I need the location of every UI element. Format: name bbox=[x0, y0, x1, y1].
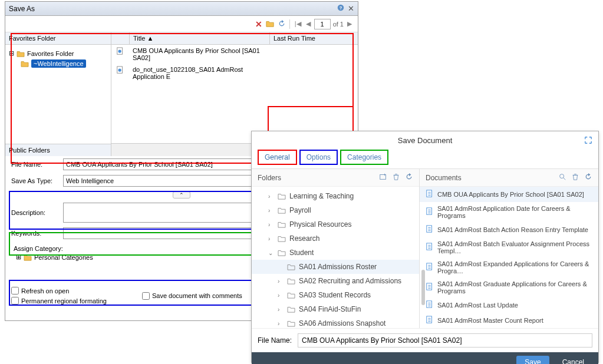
keywords-label: Keywords: bbox=[11, 230, 58, 237]
list-row[interactable]: CMB OUA Applicants By Prior School [SA01… bbox=[111, 45, 358, 64]
webi-doc-icon bbox=[426, 263, 434, 272]
chevron-icon[interactable]: › bbox=[268, 236, 274, 242]
folder-item[interactable]: ›Payroll bbox=[252, 203, 419, 217]
tree-root[interactable]: ⊟ Favorites Folder bbox=[9, 48, 107, 58]
maximize-icon[interactable] bbox=[584, 136, 592, 146]
col-title: Title ▲ bbox=[129, 32, 269, 44]
public-folders[interactable]: Public Folders bbox=[5, 144, 111, 156]
saveastype-label: Save As Type: bbox=[11, 177, 58, 184]
folder-item[interactable]: SA01 Admissions Roster bbox=[252, 260, 419, 274]
new-folder-icon[interactable] bbox=[266, 19, 274, 29]
document-item[interactable]: SA01 AdmRost Master Count Report bbox=[420, 313, 598, 328]
save-doc-title: Save Document bbox=[252, 131, 598, 150]
svg-point-3 bbox=[118, 49, 121, 52]
pager: |◀ ◀ of 1 ▶ bbox=[294, 19, 353, 29]
folder-item[interactable]: ⌄Student bbox=[252, 246, 419, 260]
webi-doc-icon bbox=[426, 316, 434, 325]
page-of: of 1 bbox=[333, 21, 344, 28]
webi-doc-icon bbox=[426, 225, 434, 234]
folder-item[interactable]: ›SA04 FinAid-StuFin bbox=[252, 302, 419, 316]
chevron-icon[interactable]: › bbox=[268, 207, 274, 214]
chevron-icon[interactable]: › bbox=[278, 320, 284, 327]
chevron-icon[interactable]: › bbox=[268, 193, 274, 200]
close-icon[interactable]: ✕ bbox=[348, 4, 354, 13]
tab-general[interactable]: General bbox=[258, 150, 297, 165]
chevron-icon[interactable]: ⌄ bbox=[268, 250, 274, 256]
folder-item[interactable]: ›Physical Resources bbox=[252, 217, 419, 231]
help-icon[interactable]: ? bbox=[337, 4, 344, 13]
scrollbar[interactable] bbox=[421, 270, 425, 305]
sort-asc-icon[interactable]: ▲ bbox=[147, 35, 153, 42]
refresh-icon[interactable] bbox=[278, 19, 286, 29]
document-item[interactable]: SA01 AdmRost Batch Action Reason Entry T… bbox=[420, 222, 598, 237]
document-item[interactable]: SA01 AdmRost Batch Evaluator Assignment … bbox=[420, 237, 598, 257]
filename-label: File Name: bbox=[11, 161, 58, 168]
filename-input[interactable] bbox=[298, 333, 592, 348]
document-item[interactable]: SA01 AdmRost Application Date for Career… bbox=[420, 202, 598, 222]
chevron-icon[interactable]: › bbox=[278, 292, 284, 299]
tabs-row: General Options Categories bbox=[252, 150, 598, 169]
save-as-title: Save As bbox=[9, 5, 35, 13]
permanent-regional-checkbox[interactable] bbox=[11, 297, 19, 305]
folder-item[interactable]: ›SA06 Admissions Snapshot bbox=[252, 316, 419, 328]
folder-item[interactable]: ›SA03 Student Records bbox=[252, 288, 419, 302]
documents-label: Documents bbox=[426, 174, 462, 182]
prev-page-icon[interactable]: ◀ bbox=[305, 20, 312, 28]
delete-icon[interactable]: ✕ bbox=[255, 19, 262, 29]
chevron-icon[interactable]: › bbox=[278, 278, 284, 284]
chevron-icon[interactable]: › bbox=[268, 221, 274, 228]
save-button[interactable]: Save bbox=[516, 356, 549, 364]
cancel-button[interactable]: Cancel bbox=[554, 356, 592, 364]
trash-icon[interactable] bbox=[392, 173, 400, 183]
folder-tree-pane: Favorites Folder ⊟ Favorites Folder ~Web… bbox=[5, 32, 111, 156]
document-item[interactable]: SA01 AdmRost Expanded Applications for C… bbox=[420, 257, 598, 277]
save-as-toolbar: ✕ |◀ ◀ of 1 ▶ bbox=[5, 16, 358, 32]
refresh-icon[interactable] bbox=[405, 173, 413, 183]
save-document-dialog: Save Document General Options Categories… bbox=[251, 131, 599, 363]
webi-doc-icon bbox=[426, 190, 434, 199]
tree-child-webintelligence[interactable]: ~WebIntelligence bbox=[9, 58, 107, 69]
folder-item[interactable]: ›Research bbox=[252, 231, 419, 246]
document-item[interactable]: CMB OUA Applicants By Prior School [SA01… bbox=[420, 187, 598, 202]
webi-doc-icon bbox=[426, 283, 434, 292]
trash-icon[interactable] bbox=[571, 173, 579, 183]
document-item[interactable]: SA01 AdmRost Graduate Applications for C… bbox=[420, 277, 598, 297]
page-input[interactable] bbox=[314, 19, 331, 29]
expand-icon[interactable]: ⊞ bbox=[16, 253, 21, 261]
first-page-icon[interactable]: |◀ bbox=[294, 20, 302, 28]
list-row[interactable]: do_not_use_1022108_SA01 AdmRost Applicat… bbox=[111, 64, 358, 82]
col-lastrun[interactable]: Last Run Time bbox=[269, 32, 358, 44]
webi-doc-icon bbox=[426, 243, 434, 252]
filename-label: File Name: bbox=[258, 336, 292, 345]
tab-options[interactable]: Options bbox=[299, 150, 338, 165]
chevron-icon[interactable]: › bbox=[278, 306, 284, 313]
collapse-icon[interactable]: ⊟ bbox=[9, 49, 14, 57]
search-icon[interactable] bbox=[558, 173, 566, 183]
folders-column: Folders ›Learning & Teaching›Payroll›Phy… bbox=[252, 169, 420, 328]
document-item[interactable]: SA01 AdmRost Last Update bbox=[420, 297, 598, 313]
webi-doc-icon bbox=[426, 207, 434, 217]
documents-column: Documents CMB OUA Applicants By Prior Sc… bbox=[420, 169, 598, 328]
refresh-on-open-checkbox[interactable] bbox=[11, 287, 19, 294]
folder-item[interactable]: ›Learning & Teaching bbox=[252, 189, 419, 203]
new-folder-icon[interactable] bbox=[379, 173, 387, 183]
svg-text:?: ? bbox=[340, 5, 342, 11]
webi-doc-icon bbox=[426, 300, 434, 310]
tab-categories[interactable]: Categories bbox=[340, 150, 388, 165]
folders-label: Folders bbox=[258, 174, 281, 182]
save-with-comments-checkbox[interactable] bbox=[142, 292, 150, 300]
svg-point-7 bbox=[560, 174, 564, 178]
next-page-icon[interactable]: ▶ bbox=[346, 20, 353, 28]
save-as-titlebar: Save As ? ✕ bbox=[5, 2, 358, 16]
expand-toggle[interactable]: ⌃ bbox=[173, 191, 190, 198]
description-label: Description: bbox=[11, 209, 58, 216]
tree-header: Favorites Folder bbox=[5, 32, 111, 45]
folder-item[interactable]: ›SA02 Recruiting and Admissions bbox=[252, 274, 419, 288]
refresh-icon[interactable] bbox=[584, 173, 592, 183]
svg-point-5 bbox=[118, 68, 121, 71]
